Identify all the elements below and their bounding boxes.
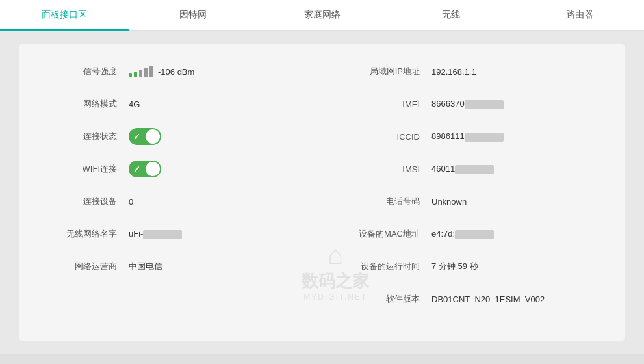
- imei-blurred: [465, 100, 504, 109]
- right-column: 局域网IP地址 192.168.1.1 IMEI 8666370 ICCID 8…: [335, 62, 599, 322]
- toggle-knob-conn: [146, 129, 160, 144]
- signal-label: 信号强度: [45, 66, 117, 77]
- lan-ip-label: 局域网IP地址: [335, 66, 420, 77]
- signal-bar-4: [144, 68, 148, 77]
- signal-bar-1: [129, 73, 132, 77]
- imei-label: IMEI: [335, 99, 420, 109]
- ssid-row: 无线网络名字 uFi-: [45, 225, 309, 243]
- firmware-label: 软件版本: [335, 293, 420, 305]
- phone-value: Unknown: [431, 197, 467, 207]
- nav-panel[interactable]: 面板接口区: [0, 0, 129, 30]
- wifi-toggle[interactable]: ✓: [129, 161, 161, 177]
- network-mode-row: 网络模式 4G: [45, 95, 309, 113]
- lan-ip-row: 局域网IP地址 192.168.1.1: [335, 62, 599, 81]
- nav-home-network[interactable]: 家庭网络: [257, 0, 386, 30]
- imsi-row: IMSI 46011: [335, 160, 599, 178]
- isp-value: 中国电信: [129, 261, 162, 272]
- signal-bar-2: [134, 72, 137, 77]
- imei-row: IMEI 8666370: [335, 95, 599, 113]
- iccid-label: ICCID: [335, 132, 420, 142]
- ssid-blurred: [143, 230, 182, 239]
- signal-bar-5: [149, 66, 153, 77]
- mac-value: e4:7d:: [431, 229, 494, 239]
- signal-bar-3: [139, 70, 142, 77]
- ssid-label: 无线网络名字: [45, 228, 117, 240]
- phone-row: 电话号码 Unknown: [335, 192, 599, 211]
- nav-wireless[interactable]: 无线: [387, 0, 515, 30]
- column-divider: [322, 62, 322, 322]
- signal-display: -106 dBm: [129, 66, 194, 77]
- conn-device-value: 0: [129, 197, 133, 207]
- info-card: 信号强度 -106 dBm 网络模式 4G: [19, 44, 625, 341]
- conn-status-toggle[interactable]: ✓: [129, 128, 161, 145]
- conn-status-row: 连接状态 ✓: [45, 127, 309, 146]
- imsi-blurred: [455, 165, 494, 174]
- phone-label: 电话号码: [335, 196, 420, 207]
- network-mode-label: 网络模式: [45, 98, 117, 110]
- ssid-value: uFi-: [129, 229, 182, 239]
- imsi-label: IMSI: [335, 164, 420, 174]
- network-mode-value: 4G: [129, 99, 140, 109]
- nav-ethernet[interactable]: 因特网: [129, 0, 257, 30]
- signal-value: -106 dBm: [158, 67, 194, 77]
- toggle-knob-wifi: [146, 162, 160, 176]
- wifi-row: WIFI连接 ✓: [45, 160, 309, 178]
- lan-ip-value: 192.168.1.1: [431, 67, 476, 77]
- mac-row: 设备的MAC地址 e4:7d:: [335, 225, 599, 243]
- conn-device-label: 连接设备: [45, 196, 117, 207]
- footer: © 2023. LTE International Limited.版权所有.: [0, 354, 644, 364]
- iccid-blurred: [465, 133, 504, 142]
- main-content: 信号强度 -106 dBm 网络模式 4G: [0, 31, 644, 354]
- left-column: 信号强度 -106 dBm 网络模式 4G: [45, 62, 309, 322]
- conn-status-label: 连接状态: [45, 131, 117, 142]
- uptime-row: 设备的运行时间 7 分钟 59 秒: [335, 257, 599, 276]
- imei-value: 8666370: [431, 99, 504, 109]
- signal-bars: [129, 66, 153, 77]
- uptime-label: 设备的运行时间: [335, 261, 420, 272]
- mac-label: 设备的MAC地址: [335, 228, 420, 240]
- nav-router[interactable]: 路由器: [515, 0, 644, 30]
- imsi-value: 46011: [431, 164, 494, 174]
- firmware-row: 软件版本 DB01CNT_N20_1ESIM_V002: [335, 290, 599, 308]
- iccid-value: 8986111: [431, 131, 504, 142]
- signal-row: 信号强度 -106 dBm: [45, 62, 309, 81]
- firmware-value: DB01CNT_N20_1ESIM_V002: [431, 294, 545, 304]
- mac-blurred: [455, 230, 494, 239]
- isp-label: 网络运营商: [45, 261, 117, 272]
- wifi-label: WIFI连接: [45, 163, 117, 175]
- conn-device-row: 连接设备 0: [45, 192, 309, 211]
- info-card-wrapper: 信号强度 -106 dBm 网络模式 4G: [19, 44, 625, 341]
- iccid-row: ICCID 8986111: [335, 127, 599, 146]
- top-navigation: 面板接口区 因特网 家庭网络 无线 路由器: [0, 0, 644, 31]
- uptime-value: 7 分钟 59 秒: [431, 261, 478, 272]
- isp-row: 网络运营商 中国电信: [45, 257, 309, 276]
